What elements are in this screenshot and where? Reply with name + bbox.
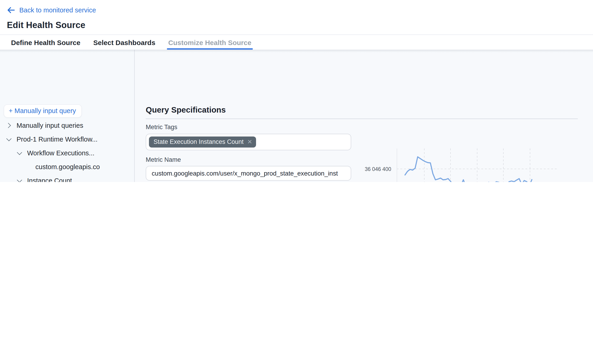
tree-item-instance-count[interactable]: Instance Count: [0, 174, 135, 182]
metric-tags-input[interactable]: State Execution Instances Count ✕: [146, 134, 351, 150]
wizard-tabs: Define Health Source Select Dashboards C…: [0, 35, 593, 50]
remove-tag-icon[interactable]: ✕: [247, 139, 252, 145]
metric-preview-chart: 36 046 40036 045 60036 044 8004:10 pm4:2…: [364, 149, 584, 182]
tab-customize-health-source[interactable]: Customize Health Source: [168, 35, 251, 50]
back-link[interactable]: Back to monitored service: [7, 6, 96, 14]
metric-tags-label: Metric Tags: [146, 124, 177, 130]
chevron-down-icon[interactable]: [17, 150, 22, 155]
page-title: Edit Health Source: [7, 20, 85, 30]
chevron-down-icon[interactable]: [7, 136, 12, 141]
chevron-right-icon[interactable]: [6, 123, 11, 128]
chart-plot-area: [397, 149, 557, 182]
add-manual-query-button[interactable]: + Manually input query: [4, 104, 82, 118]
section-divider: [146, 119, 578, 119]
back-arrow-icon: [7, 7, 15, 13]
back-link-label: Back to monitored service: [19, 6, 96, 14]
metric-tag-chip: State Execution Instances Count ✕: [149, 136, 256, 148]
tab-define-health-source[interactable]: Define Health Source: [11, 35, 80, 50]
tree-item-metric-1[interactable]: custom.googleapis.co: [0, 160, 135, 174]
page-header: Back to monitored service Edit Health So…: [0, 0, 593, 35]
metric-tag-chip-label: State Execution Instances Count: [154, 138, 244, 145]
tree-item-workflow-executions-1[interactable]: Workflow Executions...: [0, 146, 135, 160]
chevron-down-icon[interactable]: [17, 177, 22, 182]
tree-item-prod1-runtime-workflow[interactable]: Prod-1 Runtime Workflow...: [0, 132, 135, 146]
metric-name-input[interactable]: custom.googleapis.com/user/x_mongo_prod_…: [146, 166, 351, 181]
metric-name-label: Metric Name: [146, 156, 181, 163]
chart-plot: [397, 149, 557, 182]
query-specifications-title: Query Specifications: [146, 105, 226, 115]
tree-item-manually-input-queries[interactable]: Manually input queries: [0, 119, 135, 132]
tab-select-dashboards[interactable]: Select Dashboards: [93, 35, 155, 50]
metric-tree-sidebar: + Manually input query Manually input qu…: [0, 50, 135, 182]
query-specifications-panel: Query Specifications Metric Tags State E…: [135, 50, 593, 182]
edit-health-source-page: Back to monitored service Edit Health So…: [0, 0, 593, 182]
active-tab-underline: [167, 48, 253, 50]
tab-customize-label: Customize Health Source: [168, 38, 251, 46]
y-axis-tick-label: 36 046 400: [364, 166, 391, 172]
